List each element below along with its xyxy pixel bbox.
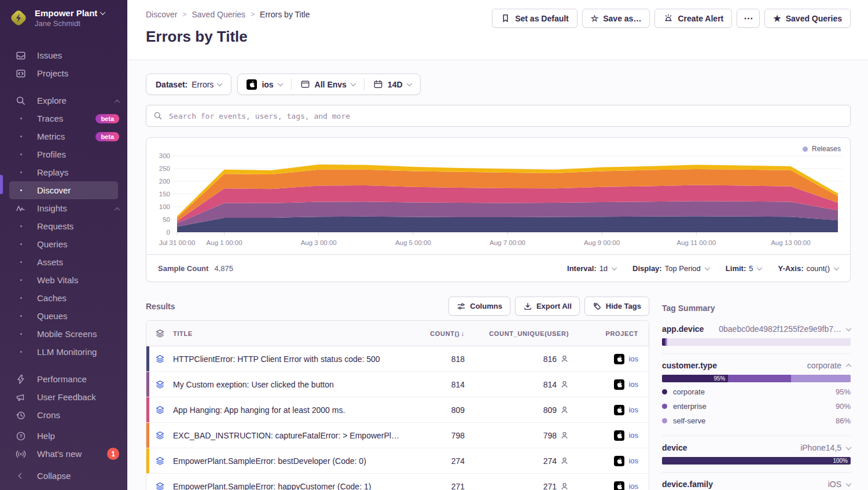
error-title-link[interactable]: EXC_BAD_INSTRUCTION: captureFatalError: …	[173, 431, 407, 440]
series-color-bar	[146, 423, 149, 448]
sidebar-item-queues[interactable]: Queues	[0, 307, 127, 325]
limit-selector[interactable]: Limit: 5	[726, 264, 762, 273]
chevron-down-icon	[834, 265, 840, 270]
date-range-filter[interactable]: 14D	[365, 74, 420, 94]
sidebar-item-whats-new[interactable]: What's new 1	[0, 445, 127, 463]
export-all-button[interactable]: Export All	[515, 297, 580, 316]
column-title[interactable]: TITLE	[173, 330, 407, 337]
project-link[interactable]: ios	[628, 431, 638, 440]
error-title-link[interactable]: HTTPClientError: HTTP Client Error with …	[173, 354, 407, 364]
beta-badge: beta	[95, 114, 119, 123]
sidebar-item-user-feedback[interactable]: User Feedback	[0, 388, 127, 406]
chevron-down-icon	[846, 444, 852, 450]
sidebar-item-metrics[interactable]: Metrics beta	[0, 127, 127, 145]
environment-filter[interactable]: All Envs	[292, 74, 364, 94]
column-count-unique[interactable]: COUNT_UNIQUE(USER)	[476, 330, 580, 337]
interval-selector[interactable]: Interval: 1d	[567, 264, 616, 273]
chart-panel: Releases 050100150200250300Jul 31 00:00A…	[146, 137, 851, 282]
tag-value-row[interactable]: self-serve 86%	[662, 414, 851, 428]
org-switcher[interactable]: Empower Plant Jane Schmidt	[0, 0, 127, 36]
sidebar-item-traces[interactable]: Traces beta	[0, 109, 127, 127]
error-title-link[interactable]: App Hanging: App hanging for at least 20…	[173, 405, 407, 415]
set-as-default-button[interactable]: Set as Default	[492, 9, 578, 28]
sidebar-item-mobile-screens[interactable]: Mobile Screens	[0, 325, 127, 343]
columns-button[interactable]: Columns	[448, 297, 510, 316]
svg-text:0: 0	[167, 229, 170, 236]
column-count[interactable]: COUNT()↓	[407, 330, 476, 338]
saved-queries-button[interactable]: ★ Saved Queries	[764, 9, 851, 28]
sidebar-item-label: Discover	[37, 185, 71, 195]
error-title-link[interactable]: EmpowerPlant.SampleError: bestDeveloper …	[173, 456, 407, 466]
sidebar-item-replays[interactable]: Replays	[0, 163, 127, 181]
results-title: Results	[146, 302, 175, 311]
bullet-icon	[15, 225, 27, 227]
sidebar-item-performance[interactable]: Performance	[0, 370, 127, 388]
date-range-value: 14D	[388, 80, 403, 89]
main-content: Dataset: Errors ios All Envs	[127, 60, 868, 490]
sidebar-item-queries[interactable]: Queries	[0, 235, 127, 253]
sidebar-item-crons[interactable]: Crons	[0, 406, 127, 424]
unique-count-value: 814	[543, 380, 557, 389]
sidebar-item-assets[interactable]: Assets	[0, 253, 127, 271]
sidebar-collapse-button[interactable]: Collapse	[0, 467, 127, 485]
bullet-icon	[15, 171, 27, 173]
unique-count-value: 271	[543, 482, 557, 490]
tag-value-row[interactable]: enterprise 90%	[662, 399, 851, 414]
error-title-link[interactable]: EmpowerPlant.SampleError: happyCustomer …	[173, 482, 407, 490]
count-value: 798	[407, 431, 476, 440]
stack-icon	[146, 430, 173, 440]
breadcrumb-saved-queries[interactable]: Saved Queries	[192, 10, 245, 19]
sample-count-value: 4,875	[214, 264, 233, 273]
download-icon	[523, 302, 532, 311]
active-nav-accent	[0, 175, 3, 194]
count-value: 271	[407, 482, 476, 490]
hide-tags-button[interactable]: Hide Tags	[584, 297, 649, 316]
project-link[interactable]: ios	[628, 380, 638, 389]
tag-icon	[593, 302, 602, 311]
sidebar-item-web-vitals[interactable]: Web Vitals	[0, 271, 127, 289]
sidebar-item-projects[interactable]: Projects	[0, 64, 127, 82]
tag-section-customer-type: customer.type corporate 95% corporate 95…	[662, 360, 851, 428]
chevron-down-icon	[406, 81, 412, 86]
error-title-link[interactable]: My Custom exeption: User clicked the but…	[173, 380, 407, 389]
more-options-button[interactable]: ⋯	[737, 9, 760, 28]
tag-header[interactable]: device iPhone14,5	[662, 442, 851, 454]
project-filter[interactable]: ios	[238, 74, 290, 94]
sidebar-section-insights[interactable]: Insights	[0, 199, 127, 217]
sidebar-item-llm-monitoring[interactable]: LLM Monitoring	[0, 343, 127, 361]
project-link[interactable]: ios	[628, 354, 638, 363]
project-link[interactable]: ios	[628, 456, 638, 465]
project-link[interactable]: ios	[628, 405, 638, 414]
create-alert-button[interactable]: Create Alert	[654, 9, 732, 28]
svg-text:Aug 1 00:00: Aug 1 00:00	[207, 239, 242, 246]
save-as-button[interactable]: ☆ Save as…	[582, 9, 650, 28]
search-input[interactable]	[168, 111, 843, 121]
tag-header[interactable]: app.device 0baebc0de4982f1255f2e9e9fb7…	[662, 323, 851, 335]
sidebar: Empower Plant Jane Schmidt Issues Projec…	[0, 0, 127, 490]
project-link[interactable]: ios	[628, 482, 638, 490]
bullet-icon	[15, 315, 27, 317]
y-axis-selector[interactable]: Y-Axis: count()	[778, 264, 838, 273]
sidebar-item-issues[interactable]: Issues	[0, 46, 127, 64]
breadcrumb-current: Errors by Title	[260, 10, 310, 19]
display-selector[interactable]: Display: Top Period	[632, 264, 709, 273]
sidebar-item-discover[interactable]: Discover	[9, 181, 118, 199]
bullet-icon	[15, 136, 27, 137]
dataset-selector[interactable]: Dataset: Errors	[146, 74, 231, 95]
sidebar-item-profiles[interactable]: Profiles	[0, 145, 127, 163]
chevron-down-icon	[846, 481, 852, 487]
tag-header[interactable]: customer.type corporate	[662, 360, 851, 371]
star-filled-icon: ★	[773, 14, 781, 23]
sidebar-item-caches[interactable]: Caches	[0, 289, 127, 307]
sidebar-section-explore[interactable]: Explore	[0, 92, 127, 109]
tag-value-row[interactable]: corporate 95%	[662, 385, 851, 399]
chevron-up-icon	[115, 207, 120, 213]
tag-distribution-bar: 100%	[662, 457, 851, 465]
sidebar-item-requests[interactable]: Requests	[0, 217, 127, 235]
column-project[interactable]: PROJECT	[580, 330, 649, 337]
sidebar-item-label: Assets	[37, 257, 63, 267]
series-color-bar	[146, 397, 149, 422]
breadcrumb-discover[interactable]: Discover	[146, 10, 177, 19]
sidebar-item-help[interactable]: ? Help	[0, 427, 127, 445]
tag-header[interactable]: device.family iOS	[662, 478, 851, 490]
